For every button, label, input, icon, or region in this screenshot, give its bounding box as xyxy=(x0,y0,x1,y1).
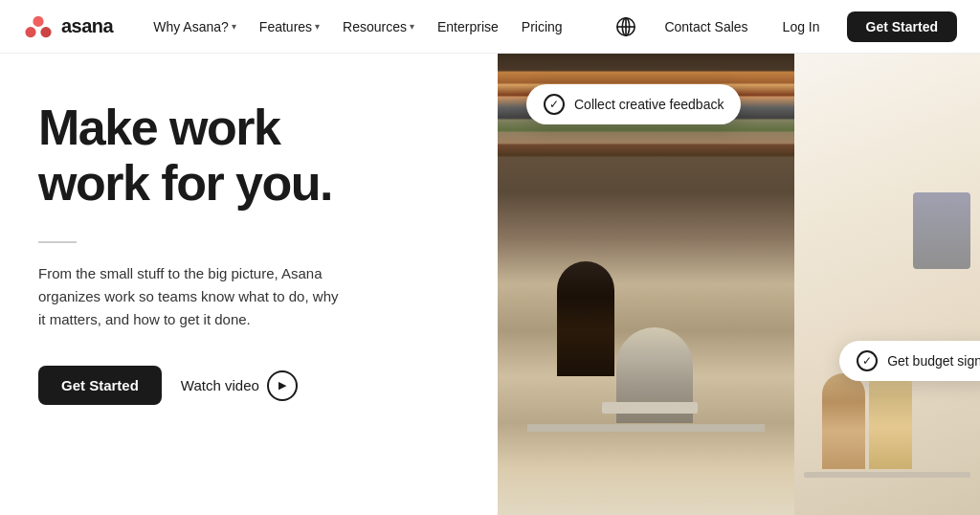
navbar: asana Why Asana? ▾ Features ▾ Resources … xyxy=(0,0,980,54)
cta-row: Get Started Watch video ▶ xyxy=(38,366,459,405)
asana-logo-icon xyxy=(23,11,54,42)
nav-item-enterprise[interactable]: Enterprise xyxy=(428,13,508,40)
image-collage: ✓ Collect creative feedback ✓ Get budget… xyxy=(498,54,980,515)
person-standing-silhouette xyxy=(557,261,614,376)
watch-video-button[interactable]: Watch video ▶ xyxy=(181,370,298,401)
get-started-hero-button[interactable]: Get Started xyxy=(38,366,162,405)
hero-image-panel: ✓ Collect creative feedback ✓ Get budget… xyxy=(498,54,980,515)
tooltip-collect-feedback: ✓ Collect creative feedback xyxy=(526,84,741,124)
svg-point-1 xyxy=(25,27,35,37)
check-circle-icon: ✓ xyxy=(857,350,878,371)
chevron-down-icon: ▾ xyxy=(232,21,236,32)
get-started-nav-button[interactable]: Get Started xyxy=(847,11,957,42)
hero-panel: Make work work for you. From the small s… xyxy=(0,54,498,515)
contact-sales-link[interactable]: Contact Sales xyxy=(657,13,755,40)
nav-right: Contact Sales Log In Get Started xyxy=(611,11,957,42)
desk xyxy=(527,424,765,432)
monitor-prop xyxy=(913,192,970,269)
nav-item-pricing[interactable]: Pricing xyxy=(512,13,572,40)
nav-item-resources[interactable]: Resources ▾ xyxy=(333,13,424,40)
nav-links: Why Asana? ▾ Features ▾ Resources ▾ Ente… xyxy=(144,13,611,40)
main-content: Make work work for you. From the small s… xyxy=(0,54,980,515)
nav-item-why-asana[interactable]: Why Asana? ▾ xyxy=(144,13,246,40)
side-studio-image: ✓ Get budget sign xyxy=(794,54,980,515)
language-selector-button[interactable] xyxy=(611,11,641,42)
hero-title: Make work work for you. xyxy=(38,100,459,211)
divider xyxy=(38,241,77,243)
tooltip-budget-sign: ✓ Get budget sign xyxy=(839,341,980,381)
person-1-silhouette xyxy=(822,373,865,469)
login-button[interactable]: Log In xyxy=(771,13,832,40)
svg-point-2 xyxy=(40,27,51,37)
floor-line xyxy=(804,472,971,478)
nav-item-features[interactable]: Features ▾ xyxy=(250,13,329,40)
globe-icon xyxy=(615,16,636,37)
chevron-down-icon: ▾ xyxy=(315,21,320,32)
logo[interactable]: asana xyxy=(23,11,113,42)
svg-point-0 xyxy=(33,15,43,26)
logo-text: asana xyxy=(61,15,113,37)
play-icon: ▶ xyxy=(267,370,298,401)
main-office-image: ✓ Collect creative feedback xyxy=(498,54,794,515)
check-circle-icon: ✓ xyxy=(544,94,565,115)
hero-description: From the small stuff to the big picture,… xyxy=(38,262,345,331)
laptop-silhouette xyxy=(602,402,698,414)
chevron-down-icon: ▾ xyxy=(410,21,414,32)
